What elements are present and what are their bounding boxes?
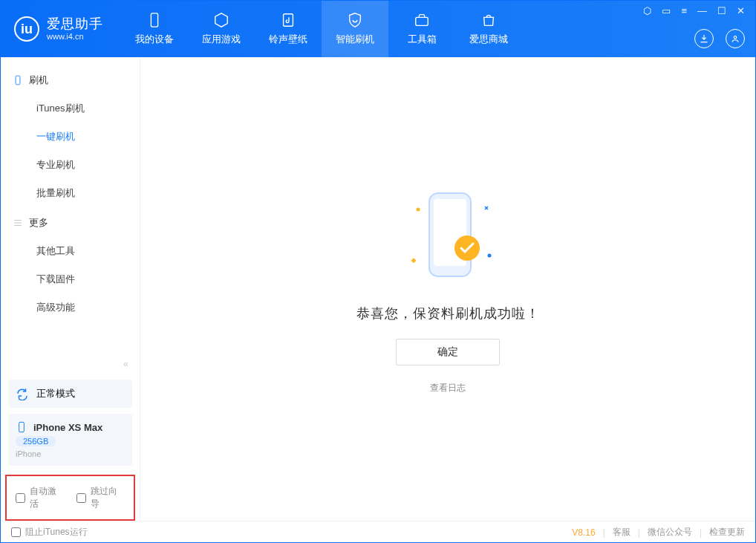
svg-point-3 (734, 36, 737, 39)
sidebar-collapse-button[interactable]: « (123, 359, 134, 369)
skin-icon[interactable]: ▭ (662, 5, 671, 16)
close-button[interactable]: ✕ (737, 5, 745, 16)
check-update-link[interactable]: 检查更新 (709, 526, 745, 539)
tab-label: 爱思商城 (469, 33, 508, 46)
tab-label: 我的设备 (135, 33, 174, 46)
tab-store[interactable]: 爱思商城 (455, 1, 522, 57)
shield-refresh-icon (347, 12, 363, 28)
wechat-link[interactable]: 微信公众号 (648, 526, 692, 539)
main-content: 恭喜您，保资料刷机成功啦！ 确定 查看日志 (140, 57, 755, 521)
music-file-icon (280, 12, 296, 28)
user-account-button[interactable] (726, 29, 745, 48)
version-label: V8.16 (572, 527, 595, 538)
svg-rect-1 (284, 14, 293, 27)
sidebar-item-download-firmware[interactable]: 下载固件 (1, 265, 140, 293)
window-controls: ⬡ ▭ ≡ — ☐ ✕ (643, 5, 745, 16)
device-card[interactable]: iPhone XS Max 256GB iPhone (8, 414, 132, 466)
success-message: 恭喜您，保资料刷机成功啦！ (356, 305, 540, 322)
tab-smart-flash[interactable]: 智能刷机 (322, 1, 388, 57)
tab-apps-games[interactable]: 应用游戏 (188, 1, 255, 57)
svg-rect-4 (16, 76, 20, 85)
tab-label: 智能刷机 (336, 33, 374, 46)
cube-icon (213, 12, 229, 28)
sidebar-group-flash: 刷机 (1, 65, 140, 94)
user-icon (730, 33, 740, 44)
sidebar-item-pro-flash[interactable]: 专业刷机 (1, 151, 140, 179)
toolbox-icon (414, 12, 430, 28)
tab-my-device[interactable]: 我的设备 (121, 1, 188, 57)
success-illustration (396, 184, 500, 288)
sidebar-item-itunes-flash[interactable]: iTunes刷机 (1, 94, 140, 123)
svg-rect-0 (151, 13, 157, 27)
list-icon (13, 218, 23, 228)
minimize-button[interactable]: — (697, 5, 707, 16)
tab-ringtone-wallpaper[interactable]: 铃声壁纸 (255, 1, 322, 57)
phone-icon (16, 421, 27, 433)
device-mode-card[interactable]: 正常模式 (8, 380, 132, 408)
checkbox-label: 跳过向导 (91, 485, 126, 510)
download-manager-button[interactable] (694, 29, 714, 48)
svg-rect-7 (411, 258, 416, 263)
phone-icon (13, 75, 23, 85)
logo-icon: iu (14, 16, 39, 42)
download-icon (699, 33, 709, 44)
sidebar-item-advanced[interactable]: 高级功能 (1, 293, 140, 322)
maximize-button[interactable]: ☐ (717, 5, 726, 16)
view-log-link[interactable]: 查看日志 (430, 382, 466, 394)
menu-icon[interactable]: ≡ (681, 5, 687, 16)
tab-toolbox[interactable]: 工具箱 (388, 1, 455, 57)
block-itunes-checkbox[interactable]: 阻止iTunes运行 (11, 526, 88, 539)
tab-label: 铃声壁纸 (269, 33, 307, 46)
app-url: www.i4.cn (47, 32, 103, 42)
svg-rect-5 (19, 422, 25, 432)
tab-label: 工具箱 (408, 33, 437, 46)
group-label: 刷机 (29, 74, 48, 87)
sidebar-group-more: 更多 (1, 207, 140, 237)
refresh-icon (16, 387, 29, 400)
device-name: iPhone XS Max (33, 422, 102, 433)
app-header: iu 爱思助手 www.i4.cn 我的设备 应用游戏 铃声壁纸 智能刷机 工具… (1, 1, 755, 57)
auto-activate-checkbox[interactable]: 自动激活 (16, 485, 65, 510)
checkbox-label: 阻止iTunes运行 (25, 526, 88, 539)
sidebar-item-batch-flash[interactable]: 批量刷机 (1, 179, 140, 207)
bag-icon (480, 12, 497, 28)
svg-point-8 (488, 253, 492, 257)
highlighted-options: 自动激活 跳过向导 (5, 475, 135, 521)
tab-label: 应用游戏 (202, 33, 241, 46)
device-type: iPhone (16, 449, 125, 458)
app-name: 爱思助手 (47, 16, 103, 32)
support-link[interactable]: 客服 (613, 526, 630, 539)
device-capacity-badge: 256GB (16, 436, 56, 446)
ok-button[interactable]: 确定 (396, 339, 500, 365)
app-logo: iu 爱思助手 www.i4.cn (1, 16, 121, 42)
feedback-icon[interactable]: ⬡ (643, 5, 651, 16)
device-icon (146, 12, 163, 28)
sidebar-item-other-tools[interactable]: 其他工具 (1, 237, 140, 265)
checkbox-input[interactable] (76, 493, 86, 503)
sidebar: 刷机 iTunes刷机 一键刷机 专业刷机 批量刷机 更多 其他工具 下载固件 … (1, 57, 140, 521)
svg-point-6 (417, 207, 420, 211)
checkbox-label: 自动激活 (30, 485, 65, 510)
group-label: 更多 (29, 216, 48, 230)
checkbox-input[interactable] (16, 493, 25, 503)
skip-guide-checkbox[interactable]: 跳过向导 (76, 485, 126, 510)
status-bar: 阻止iTunes运行 V8.16 | 客服 | 微信公众号 | 检查更新 (1, 521, 755, 543)
checkbox-input[interactable] (11, 527, 21, 537)
sidebar-item-oneclick-flash[interactable]: 一键刷机 (1, 123, 140, 151)
main-tabs: 我的设备 应用游戏 铃声壁纸 智能刷机 工具箱 爱思商城 (121, 1, 522, 57)
svg-rect-2 (416, 17, 428, 25)
device-mode-label: 正常模式 (36, 387, 75, 400)
